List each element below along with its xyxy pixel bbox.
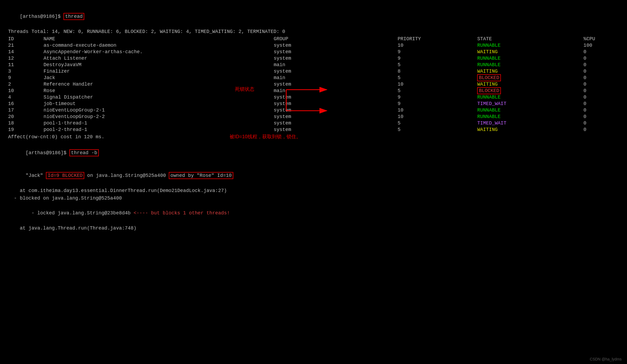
cell-priority: 10 — [397, 42, 477, 49]
terminal-window: [arthas@9186]$ thread Threads Total: 14,… — [8, 5, 619, 232]
cell-priority: 5 — [397, 126, 477, 133]
state-badge: RUNNABLE — [477, 114, 500, 119]
affect-section: Affect(row-cnt:0) cost in 120 ms. 被ID=10… — [8, 133, 619, 141]
cell-cpu: 0 — [584, 120, 619, 126]
cell-id: 3 — [8, 68, 43, 75]
cell-priority: 9 — [397, 94, 477, 100]
cell-state: RUNNABLE — [477, 107, 583, 113]
cell-cpu: 0 — [584, 68, 619, 75]
header-cpu: %CPU — [584, 36, 619, 42]
state-badge: WAITING — [477, 82, 498, 87]
cell-cpu: 0 — [584, 49, 619, 55]
cell-group: system — [274, 100, 397, 107]
header-state: STATE — [477, 36, 583, 42]
cell-group: system — [274, 42, 397, 49]
state-badge: BLOCKED — [477, 74, 501, 81]
table-header-row: ID NAME GROUP PRIORITY STATE %CPU — [8, 36, 619, 42]
cell-cpu: 0 — [584, 62, 619, 68]
thread-b-warn: <---- but blocks 1 other threads! — [133, 210, 230, 216]
cell-group: system — [274, 107, 397, 113]
cell-group: main — [274, 87, 397, 94]
cell-group: system — [274, 126, 397, 133]
thread-b-result-3: - blocked on java.lang.String@525a400 — [8, 195, 619, 202]
prompt-2: [arthas@9186]$ — [26, 150, 69, 156]
cell-name: Signal Dispatcher — [43, 94, 274, 100]
cell-name: AsyncAppender-Worker-arthas-cache. — [43, 49, 274, 55]
cell-group: system — [274, 113, 397, 120]
cell-state: RUNNABLE — [477, 55, 583, 62]
annotation-locked: 被ID=10线程，获取到锁，锁住。 — [230, 133, 301, 140]
table-row: 2 Reference Handler system 10 WAITING 0 — [8, 81, 619, 87]
cell-name: as-command-execute-daemon — [43, 42, 274, 49]
thread-b-result-4: - locked java.lang.String@23be8d4b <----… — [8, 202, 619, 225]
cell-group: system — [274, 68, 397, 75]
cell-priority: 9 — [397, 100, 477, 107]
command-line-2: [arthas@9186]$ thread -b — [8, 142, 619, 164]
cell-state: TIMED_WAIT — [477, 120, 583, 126]
thread-table: ID NAME GROUP PRIORITY STATE %CPU 21 as-… — [8, 36, 619, 133]
cell-state: BLOCKED — [477, 75, 583, 81]
table-row: 16 job-timeout system 9 TIMED_WAIT 0 — [8, 100, 619, 107]
affect-line: Affect(row-cnt:0) cost in 120 ms. — [8, 133, 619, 141]
state-badge: WAITING — [477, 69, 498, 74]
command-thread-b: thread -b — [69, 149, 99, 156]
cell-id: 19 — [8, 126, 43, 133]
cell-cpu: 0 — [584, 75, 619, 81]
cell-id: 21 — [8, 42, 43, 49]
cell-priority: 5 — [397, 120, 477, 126]
table-row: 4 Signal Dispatcher system 9 RUNNABLE 0 — [8, 94, 619, 100]
table-row: 20 nioEventLoopGroup-2-2 system 10 RUNNA… — [8, 113, 619, 120]
table-row: 18 pool-1-thread-1 system 5 TIMED_WAIT 0 — [8, 120, 619, 126]
cell-id: 10 — [8, 87, 43, 94]
cell-name: Attach Listener — [43, 55, 274, 62]
cell-id: 12 — [8, 55, 43, 62]
state-badge: RUNNABLE — [477, 43, 500, 48]
state-badge: RUNNABLE — [477, 107, 500, 113]
cell-priority: 5 — [397, 87, 477, 94]
cell-priority: 5 — [397, 75, 477, 81]
state-badge: RUNNABLE — [477, 95, 500, 100]
cell-name: DestroyJavaVM — [43, 62, 274, 68]
cell-state: WAITING — [477, 126, 583, 133]
cell-priority: 9 — [397, 49, 477, 55]
summary-line: Threads Total: 14, NEW: 0, RUNNABLE: 6, … — [8, 28, 619, 36]
cell-group: system — [274, 49, 397, 55]
cell-cpu: 0 — [584, 94, 619, 100]
cell-state: RUNNABLE — [477, 94, 583, 100]
command-thread: thread — [63, 13, 84, 20]
cell-priority: 10 — [397, 107, 477, 113]
cell-name: job-timeout — [43, 100, 274, 107]
state-badge: TIMED_WAIT — [477, 101, 506, 106]
table-row: 9 Jack main 5 BLOCKED 0 — [8, 75, 619, 81]
cell-priority: 10 — [397, 81, 477, 87]
thread-b-mid: on java.lang.String@525a400 — [84, 173, 169, 178]
table-row: 10 Rose main 5 BLOCKED 0 — [8, 87, 619, 94]
state-badge: BLOCKED — [477, 87, 501, 94]
cell-name: pool-1-thread-1 — [43, 120, 274, 126]
state-badge: RUNNABLE — [477, 62, 500, 68]
thread-b-result-2: at com.itheima.day13.essential.DinnerThr… — [8, 187, 619, 195]
cell-state: WAITING — [477, 81, 583, 87]
watermark: CSDN @ha_lydms — [590, 357, 622, 361]
cell-state: BLOCKED — [477, 87, 583, 94]
cell-cpu: 0 — [584, 126, 619, 133]
cell-group: system — [274, 55, 397, 62]
cell-cpu: 0 — [584, 113, 619, 120]
cell-id: 14 — [8, 49, 43, 55]
cell-id: 20 — [8, 113, 43, 120]
state-badge: TIMED_WAIT — [477, 120, 506, 126]
cell-id: 2 — [8, 81, 43, 87]
table-row: 11 DestroyJavaVM main 5 RUNNABLE 0 — [8, 62, 619, 68]
cell-id: 4 — [8, 94, 43, 100]
cell-name: Finalizer — [43, 68, 274, 75]
header-group: GROUP — [274, 36, 397, 42]
state-badge: WAITING — [477, 49, 498, 55]
prompt-1: [arthas@9186]$ — [20, 14, 63, 19]
thread-b-section: [arthas@9186]$ thread -b "Jack" Id=9 BLO… — [8, 142, 619, 232]
annotation-deadlock: 死锁状态 — [235, 86, 254, 92]
cell-state: RUNNABLE — [477, 62, 583, 68]
cell-priority: 9 — [397, 55, 477, 62]
cell-name: nioEventLoopGroup-2-2 — [43, 113, 274, 120]
thread-b-result-1: "Jack" Id=9 BLOCKED on java.lang.String@… — [8, 164, 619, 187]
cell-state: WAITING — [477, 49, 583, 55]
